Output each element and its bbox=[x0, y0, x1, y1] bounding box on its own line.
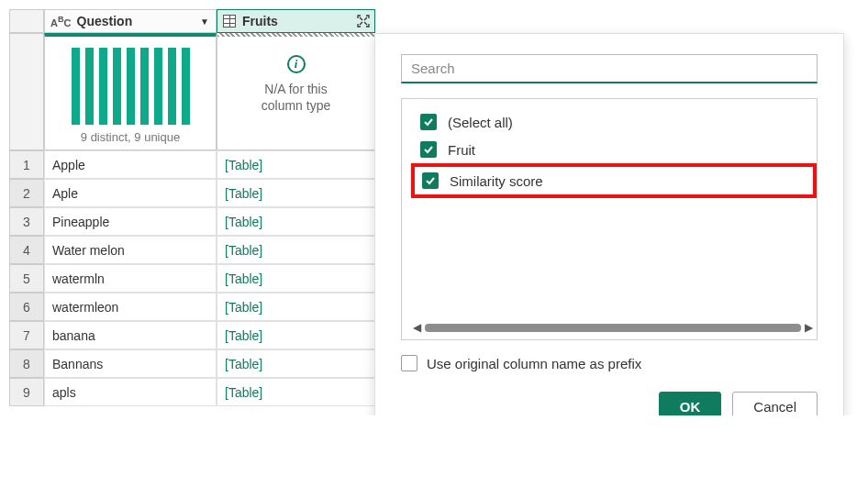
cell-fruits[interactable]: [Table] bbox=[217, 349, 375, 378]
table-row[interactable]: 7banana[Table] bbox=[9, 321, 375, 349]
list-item[interactable]: Fruit bbox=[413, 136, 817, 163]
row-number: 8 bbox=[9, 349, 44, 378]
column-header-question[interactable]: ABC Question ▼ bbox=[44, 9, 217, 33]
row-number: 3 bbox=[9, 207, 44, 236]
data-grid: ABC Question ▼ Fruits 9 disti bbox=[9, 9, 375, 406]
cell-question[interactable]: Water melon bbox=[44, 236, 217, 264]
cell-fruits[interactable]: [Table] bbox=[217, 179, 375, 207]
expand-column-popup: (Select all)FruitSimilarity score ◀ ▶ Us… bbox=[374, 33, 844, 415]
prefix-checkbox-row[interactable]: Use original column name as prefix bbox=[401, 355, 818, 371]
column-label: Question bbox=[77, 14, 133, 28]
profile-gutter bbox=[9, 33, 44, 150]
list-item[interactable]: Similarity score bbox=[411, 163, 817, 198]
table-type-icon bbox=[223, 15, 236, 28]
item-label: Fruit bbox=[448, 142, 475, 158]
cell-question[interactable]: Bannans bbox=[44, 349, 217, 378]
table-row[interactable]: 5watermln[Table] bbox=[9, 264, 375, 293]
row-number: 7 bbox=[9, 321, 44, 349]
cell-fruits[interactable]: [Table] bbox=[217, 378, 375, 406]
horizontal-scrollbar[interactable]: ◀ ▶ bbox=[413, 321, 817, 334]
row-number: 9 bbox=[9, 378, 44, 406]
scrollbar-track[interactable] bbox=[425, 324, 801, 332]
column-profile-question: 9 distinct, 9 unique bbox=[44, 33, 217, 150]
distribution-bars bbox=[50, 42, 210, 125]
select-all-corner[interactable] bbox=[9, 9, 44, 33]
ok-button[interactable]: OK bbox=[659, 392, 722, 415]
row-number: 6 bbox=[9, 293, 44, 321]
cell-fruits[interactable]: [Table] bbox=[217, 293, 375, 321]
row-number: 5 bbox=[9, 264, 44, 293]
search-input[interactable] bbox=[401, 54, 818, 83]
cell-fruits[interactable]: [Table] bbox=[217, 321, 375, 349]
column-profile-fruits: i N/A for this column type bbox=[217, 33, 375, 150]
column-select-list: (Select all)FruitSimilarity score ◀ ▶ bbox=[401, 98, 818, 340]
filter-dropdown-icon[interactable]: ▼ bbox=[197, 14, 212, 28]
cell-question[interactable]: watermleon bbox=[44, 293, 217, 321]
text-type-icon: ABC bbox=[50, 15, 72, 28]
distinct-summary: 9 distinct, 9 unique bbox=[50, 130, 210, 144]
cell-fruits[interactable]: [Table] bbox=[217, 264, 375, 293]
cell-fruits[interactable]: [Table] bbox=[217, 207, 375, 236]
expand-icon[interactable] bbox=[356, 14, 371, 28]
cell-question[interactable]: Aple bbox=[44, 179, 217, 207]
checkbox-checked[interactable] bbox=[422, 172, 439, 189]
scroll-right-icon[interactable]: ▶ bbox=[805, 321, 813, 334]
list-item[interactable]: (Select all) bbox=[413, 108, 817, 136]
cell-question[interactable]: Apple bbox=[44, 150, 217, 179]
table-row[interactable]: 1Apple[Table] bbox=[9, 150, 375, 179]
row-number: 1 bbox=[9, 150, 44, 179]
item-label: Similarity score bbox=[450, 173, 543, 189]
row-number: 4 bbox=[9, 236, 44, 264]
cancel-button[interactable]: Cancel bbox=[732, 392, 818, 415]
cell-question[interactable]: banana bbox=[44, 321, 217, 349]
table-row[interactable]: 2Aple[Table] bbox=[9, 179, 375, 207]
cell-question[interactable]: watermln bbox=[44, 264, 217, 293]
info-icon: i bbox=[287, 55, 306, 73]
column-label: Fruits bbox=[242, 14, 278, 28]
table-row[interactable]: 8Bannans[Table] bbox=[9, 349, 375, 378]
table-row[interactable]: 3Pineapple[Table] bbox=[9, 207, 375, 236]
prefix-label: Use original column name as prefix bbox=[427, 356, 641, 371]
na-text: N/A for this column type bbox=[223, 81, 369, 114]
table-row[interactable]: 6watermleon[Table] bbox=[9, 293, 375, 321]
cell-question[interactable]: Pineapple bbox=[44, 207, 217, 236]
cell-fruits[interactable]: [Table] bbox=[217, 150, 375, 179]
checkbox-checked[interactable] bbox=[420, 141, 437, 158]
scroll-left-icon[interactable]: ◀ bbox=[413, 321, 421, 334]
item-label: (Select all) bbox=[448, 115, 513, 130]
checkbox-checked[interactable] bbox=[420, 114, 437, 130]
cell-question[interactable]: apls bbox=[44, 378, 217, 406]
table-row[interactable]: 4Water melon[Table] bbox=[9, 236, 375, 264]
table-row[interactable]: 9apls[Table] bbox=[9, 378, 375, 406]
column-header-fruits[interactable]: Fruits bbox=[217, 9, 375, 33]
checkbox-unchecked[interactable] bbox=[401, 355, 417, 371]
cell-fruits[interactable]: [Table] bbox=[217, 236, 375, 264]
row-number: 2 bbox=[9, 179, 44, 207]
